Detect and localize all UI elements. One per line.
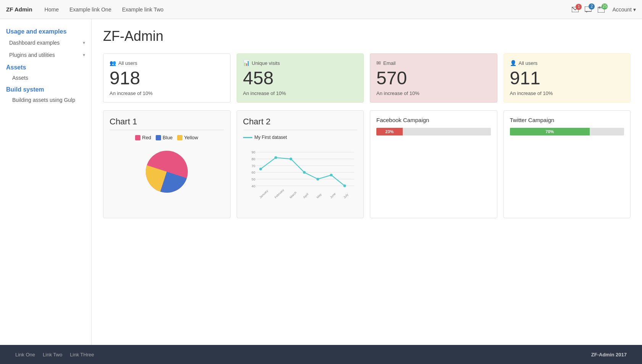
account-label: Account: [612, 6, 632, 13]
mail-icon-button[interactable]: 1: [570, 5, 580, 14]
twitter-progress-bar: 70%: [510, 128, 624, 135]
stat-card-2: Email 570 An increase of 10%: [370, 53, 497, 103]
facebook-campaign-card: Facebook Campaign 23%: [370, 110, 497, 218]
stat-card-3: All users 911 An increase of 10%: [503, 53, 631, 103]
svg-text:May: May: [316, 193, 322, 199]
chart2-card: Chart 2 My First dataset 90 80 70 60 50 …: [237, 110, 364, 218]
footer-link-two[interactable]: Link Two: [43, 352, 62, 358]
facebook-progress-bar: 23%: [376, 128, 491, 135]
navbar-right: 1 2 25 Account ▾: [570, 5, 636, 14]
svg-text:60: 60: [252, 171, 255, 174]
main-content: ZF-Admin All users 918 An increase of 10…: [92, 19, 642, 345]
chevron-down-icon: ▾: [83, 40, 85, 45]
calendar-icon-button[interactable]: 25: [596, 5, 606, 14]
chart-icon: [243, 60, 250, 66]
svg-text:90: 90: [252, 150, 255, 154]
pie-legend: Red Blue Yellow: [110, 135, 224, 140]
svg-text:July: July: [343, 193, 349, 199]
stat-desc-2: An increase of 10%: [376, 90, 491, 96]
user-icon: [510, 60, 516, 66]
svg-point-32: [330, 174, 332, 176]
pie-chart: [110, 145, 224, 198]
chart-row: Chart 1 Red Blue Yellow: [103, 110, 631, 218]
nav-link-one[interactable]: Example link One: [65, 4, 116, 15]
chevron-down-icon: ▾: [83, 52, 85, 58]
svg-point-33: [343, 184, 346, 187]
comment-badge: 2: [589, 3, 595, 10]
footer-links: Link One Link Two Link THree: [15, 352, 94, 358]
page-title: ZF-Admin: [103, 28, 631, 44]
legend-red: Red: [135, 135, 151, 140]
svg-point-28: [274, 156, 277, 159]
sidebar-item-gulp[interactable]: Building assets using Gulp: [0, 95, 91, 105]
twitter-campaign-title: Twitter Campaign: [510, 117, 624, 123]
legend-yellow: Yellow: [177, 135, 198, 140]
stat-desc-3: An increase of 10%: [510, 90, 624, 96]
svg-point-29: [289, 158, 292, 160]
svg-text:40: 40: [252, 184, 255, 188]
account-button[interactable]: Account ▾: [612, 6, 636, 13]
line-legend: My First dataset: [243, 135, 358, 140]
pie-svg: [140, 145, 194, 198]
account-chevron-icon: ▾: [633, 6, 636, 13]
svg-text:50: 50: [252, 177, 255, 181]
twitter-campaign-card: Twitter Campaign 70%: [503, 110, 631, 218]
chart1-title: Chart 1: [110, 117, 224, 130]
chart2-title: Chart 2: [243, 117, 358, 130]
red-dot: [135, 135, 140, 140]
nav-link-two[interactable]: Example link Two: [118, 4, 168, 15]
main-layout: Usage and examples Dashboard examples ▾ …: [0, 19, 642, 345]
sidebar-section-assets: Assets: [0, 61, 91, 72]
footer-link-three[interactable]: Link THree: [70, 352, 94, 358]
yellow-dot: [177, 135, 182, 140]
stat-label-0: All users: [110, 60, 224, 66]
nav-links: Home Example link One Example link Two: [40, 4, 571, 15]
facebook-campaign-title: Facebook Campaign: [376, 117, 491, 123]
svg-text:March: March: [289, 191, 297, 199]
svg-point-31: [316, 178, 319, 180]
stat-desc-1: An increase of 10%: [243, 90, 358, 96]
footer: Link One Link Two Link THree ZF-Admin 20…: [0, 345, 642, 364]
stat-desc-0: An increase of 10%: [110, 90, 224, 96]
blue-dot: [156, 135, 161, 140]
svg-text:80: 80: [252, 157, 255, 161]
comment-icon-button[interactable]: 2: [583, 5, 593, 14]
svg-text:70: 70: [252, 164, 255, 168]
chart1-card: Chart 1 Red Blue Yellow: [103, 110, 231, 218]
sidebar-item-plugins[interactable]: Plugins and utilities ▾: [0, 49, 91, 61]
app-brand: ZF Admin: [6, 6, 32, 13]
svg-text:January: January: [258, 189, 268, 199]
stat-label-2: Email: [376, 60, 491, 66]
line-chart-svg: 90 80 70 60 50 40 Januar: [243, 143, 358, 212]
svg-text:June: June: [329, 192, 336, 199]
calendar-badge: 25: [602, 3, 608, 10]
svg-text:February: February: [274, 188, 285, 199]
mail-badge: 1: [576, 4, 582, 10]
stat-label-3: All users: [510, 60, 624, 66]
sidebar-section-build: Build system: [0, 83, 91, 95]
line-color-indicator: [243, 137, 252, 138]
email-icon: [376, 60, 381, 66]
footer-brand: ZF-Admin 2017: [591, 352, 627, 358]
navbar: ZF Admin Home Example link One Example l…: [0, 0, 642, 19]
stat-number-3: 911: [510, 69, 624, 87]
stat-card-1: Unique visits 458 An increase of 10%: [237, 53, 364, 103]
stat-label-1: Unique visits: [243, 60, 358, 66]
svg-point-27: [259, 168, 262, 170]
facebook-progress-fill: 23%: [376, 128, 403, 135]
twitter-progress-fill: 70%: [510, 128, 590, 135]
stat-number-1: 458: [243, 69, 358, 87]
sidebar-item-assets[interactable]: Assets: [0, 72, 91, 83]
nav-link-home[interactable]: Home: [40, 4, 63, 15]
svg-point-30: [303, 171, 305, 174]
stat-number-2: 570: [376, 69, 491, 87]
sidebar: Usage and examples Dashboard examples ▾ …: [0, 19, 92, 345]
users-icon: [110, 60, 116, 66]
line-chart: 90 80 70 60 50 40 Januar: [243, 143, 358, 212]
svg-text:April: April: [302, 192, 309, 199]
stat-card-0: All users 918 An increase of 10%: [103, 53, 231, 103]
sidebar-section-usage: Usage and examples: [0, 25, 91, 37]
footer-link-one[interactable]: Link One: [15, 352, 35, 358]
stat-number-0: 918: [110, 69, 224, 87]
sidebar-item-dashboard[interactable]: Dashboard examples ▾: [0, 37, 91, 49]
